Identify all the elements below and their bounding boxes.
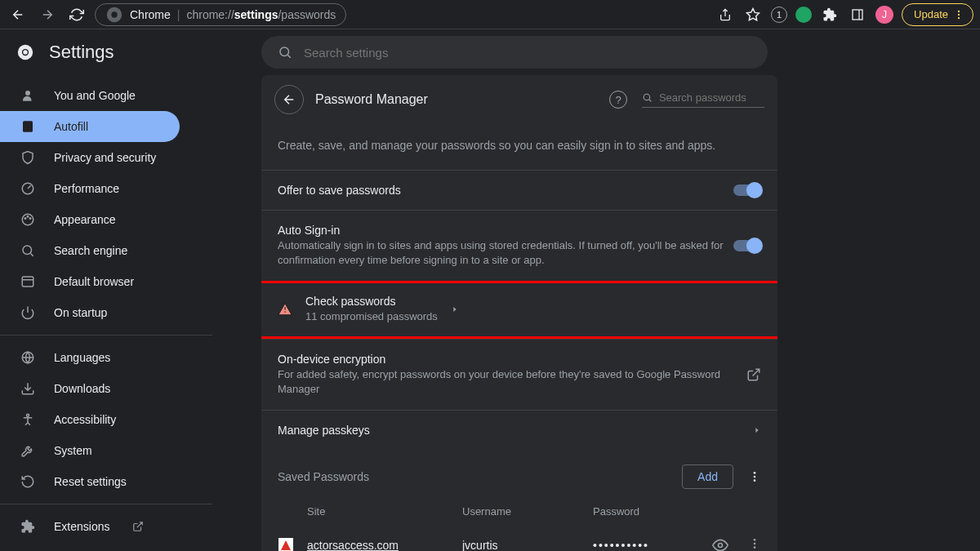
site-link[interactable]: actorsaccess.com — [307, 539, 462, 551]
sidebar-item-label: Privacy and security — [54, 151, 156, 164]
password-row[interactable]: actorsaccess.com jvcurtis •••••••••• — [261, 526, 777, 551]
svg-point-4 — [958, 10, 960, 11]
passkeys-row[interactable]: Manage passkeys — [261, 410, 777, 450]
sidebar-item-label: Performance — [54, 182, 119, 195]
person-icon — [20, 88, 36, 103]
svg-rect-13 — [23, 121, 33, 132]
site-favicon — [278, 537, 294, 551]
svg-point-12 — [25, 91, 30, 96]
grammarly-icon[interactable] — [795, 7, 812, 23]
svg-rect-21 — [22, 277, 33, 287]
open-external-icon — [132, 521, 144, 532]
add-button[interactable]: Add — [682, 464, 733, 489]
svg-point-34 — [719, 543, 723, 547]
sidebar-item-about[interactable]: About Chrome — [0, 542, 180, 551]
sidebar-item-system[interactable]: System — [0, 435, 180, 466]
sidebar-item-label: Reset settings — [54, 475, 127, 488]
sidebar: You and Google Autofill Privacy and secu… — [0, 75, 212, 551]
sidebar-item-default-browser[interactable]: Default browser — [0, 266, 180, 297]
sidebar-item-privacy[interactable]: Privacy and security — [0, 142, 180, 173]
search-settings-input[interactable] — [304, 46, 751, 60]
url-text: chrome://settings/passwords — [186, 8, 336, 21]
wrench-icon — [20, 443, 36, 458]
svg-point-5 — [958, 13, 960, 15]
svg-point-31 — [754, 476, 756, 478]
sidebar-separator — [0, 335, 212, 335]
encryption-row[interactable]: On-device encryption For added safety, e… — [261, 339, 777, 410]
search-icon — [642, 91, 653, 104]
sidebar-item-autofill[interactable]: Autofill — [0, 111, 180, 142]
help-icon[interactable]: ? — [609, 91, 627, 109]
warning-icon — [278, 302, 292, 317]
forward-button[interactable] — [36, 3, 59, 26]
sidebar-item-label: Downloads — [54, 382, 110, 395]
username: jvcurtis — [462, 539, 593, 551]
svg-point-35 — [754, 539, 756, 541]
url-divider: | — [177, 8, 180, 21]
open-external-icon — [746, 367, 761, 382]
sidebar-item-you-google[interactable]: You and Google — [0, 80, 180, 111]
sidebar-item-performance[interactable]: Performance — [0, 173, 180, 204]
sidebar-item-label: Languages — [54, 351, 110, 364]
auto-signin-toggle[interactable] — [733, 240, 761, 251]
restore-icon — [20, 474, 36, 489]
panel-title: Password Manager — [315, 92, 428, 107]
col-user: Username — [462, 505, 593, 518]
check-passwords-sub: 11 compromised passwords — [305, 309, 438, 324]
svg-line-29 — [649, 100, 651, 101]
offer-save-row[interactable]: Offer to save passwords — [261, 170, 777, 210]
sidebar-item-accessibility[interactable]: Accessibility — [0, 404, 180, 435]
sidebar-item-startup[interactable]: On startup — [0, 297, 180, 328]
show-password-icon[interactable] — [712, 537, 728, 551]
tab-count-badge[interactable]: 1 — [771, 7, 787, 23]
col-site: Site — [307, 505, 462, 518]
panel-back-button[interactable] — [274, 85, 304, 114]
sidebar-item-label: You and Google — [54, 89, 136, 102]
passkeys-label: Manage passkeys — [278, 424, 753, 437]
panel-icon[interactable] — [848, 5, 867, 24]
sidebar-item-extensions[interactable]: Extensions — [0, 511, 180, 542]
sidebar-item-downloads[interactable]: Downloads — [0, 373, 180, 404]
auto-signin-row[interactable]: Auto Sign-in Automatically sign in to si… — [261, 210, 777, 281]
address-bar[interactable]: Chrome | chrome://settings/passwords — [95, 3, 346, 26]
sidebar-item-search-engine[interactable]: Search engine — [0, 235, 180, 266]
back-button[interactable] — [7, 3, 29, 26]
svg-point-6 — [958, 16, 960, 18]
speedometer-icon — [20, 181, 36, 196]
auto-signin-sub: Automatically sign in to sites and apps … — [278, 238, 733, 268]
search-icon — [20, 243, 36, 258]
sidebar-item-label: System — [54, 444, 92, 457]
offer-save-toggle[interactable] — [733, 184, 761, 196]
reload-button[interactable] — [65, 3, 88, 26]
share-icon[interactable] — [715, 5, 735, 24]
more-icon[interactable] — [748, 470, 761, 483]
row-more-icon[interactable] — [748, 537, 761, 551]
sidebar-item-label: Appearance — [54, 213, 116, 226]
bookmark-icon[interactable] — [743, 5, 763, 24]
encryption-label: On-device encryption — [278, 353, 746, 366]
extensions-icon[interactable] — [820, 5, 840, 24]
sidebar-item-appearance[interactable]: Appearance — [0, 204, 180, 235]
sidebar-item-reset[interactable]: Reset settings — [0, 466, 180, 497]
svg-point-19 — [23, 246, 32, 255]
update-button[interactable]: Update — [902, 3, 973, 26]
sidebar-item-label: On startup — [54, 306, 107, 319]
check-passwords-row[interactable]: Check passwords 11 compromised passwords — [261, 281, 777, 338]
search-settings[interactable] — [261, 36, 768, 69]
svg-point-10 — [280, 47, 289, 56]
sidebar-item-languages[interactable]: Languages — [0, 342, 180, 373]
search-icon — [278, 45, 292, 60]
power-icon — [20, 305, 36, 320]
avatar[interactable]: J — [875, 6, 893, 24]
svg-point-32 — [754, 479, 756, 482]
chevron-right-icon — [753, 426, 761, 434]
password-masked: •••••••••• — [593, 539, 712, 551]
svg-point-25 — [27, 414, 29, 416]
accessibility-icon — [20, 412, 36, 427]
palette-icon — [20, 212, 36, 227]
svg-point-16 — [24, 218, 26, 220]
svg-point-17 — [29, 218, 31, 220]
browser-icon — [20, 274, 36, 289]
search-passwords-input[interactable] — [659, 91, 764, 104]
search-passwords[interactable] — [642, 91, 764, 108]
